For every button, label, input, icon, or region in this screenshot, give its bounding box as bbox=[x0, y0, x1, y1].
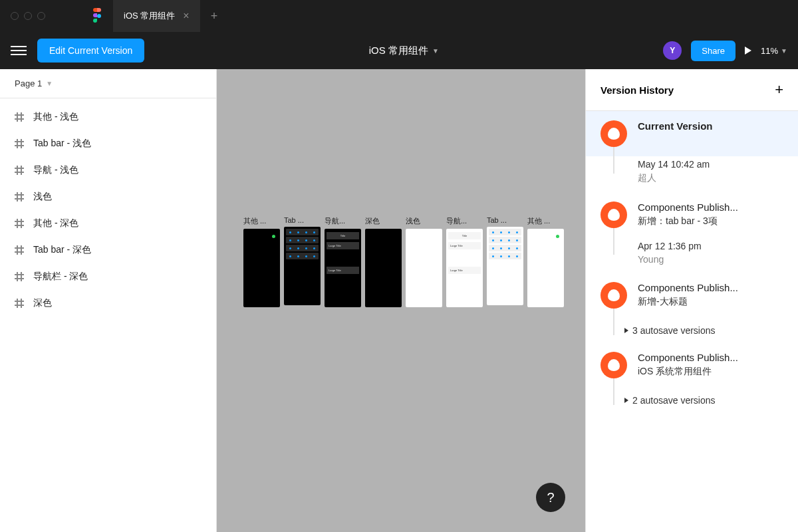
layer-item[interactable]: 导航栏 - 深色 bbox=[0, 263, 216, 290]
canvas-frame[interactable]: 深色 bbox=[365, 216, 402, 307]
triangle-right-icon bbox=[624, 328, 628, 333]
frame-icon bbox=[15, 272, 24, 281]
layer-item[interactable]: 深色 bbox=[0, 290, 216, 317]
version-subtitle: iOS 系统常用组件 bbox=[638, 366, 783, 378]
autosave-label: 2 autosave versions bbox=[632, 395, 716, 406]
version-avatar bbox=[600, 201, 627, 228]
frame-thumbnail bbox=[284, 227, 321, 305]
document-title[interactable]: iOS 常用组件 ▼ bbox=[155, 45, 652, 57]
share-button[interactable]: Share bbox=[691, 41, 735, 61]
autosave-group[interactable]: 3 autosave versions bbox=[586, 319, 798, 342]
canvas-frame[interactable]: 导航...TitleLarge TitleLarge Title bbox=[325, 216, 361, 307]
layer-item[interactable]: Tab bar - 浅色 bbox=[0, 130, 216, 157]
version-meta[interactable]: Apr 12 1:36 pmYoung bbox=[586, 238, 798, 273]
edit-version-button[interactable]: Edit Current Version bbox=[37, 39, 144, 63]
version-item[interactable]: Components Publish...iOS 系统常用组件 bbox=[586, 342, 798, 388]
layer-name: 导航栏 - 深色 bbox=[33, 271, 88, 283]
version-author: 超人 bbox=[638, 172, 783, 184]
layer-item[interactable]: 导航 - 浅色 bbox=[0, 157, 216, 184]
version-title: Components Publish... bbox=[638, 352, 783, 363]
frame-icon bbox=[15, 219, 24, 228]
frame-label: Tab ... bbox=[487, 216, 523, 224]
frame-thumbnail bbox=[365, 229, 402, 307]
frame-thumbnail: TitleLarge TitleLarge Title bbox=[325, 229, 361, 307]
document-tab[interactable]: iOS 常用组件 × bbox=[113, 0, 200, 32]
layer-item[interactable]: 其他 - 深色 bbox=[0, 210, 216, 237]
frame-thumbnail bbox=[406, 229, 442, 307]
present-icon[interactable] bbox=[745, 47, 751, 55]
page-selector[interactable]: Page 1 ▼ bbox=[0, 69, 216, 98]
frame-icon bbox=[15, 112, 24, 122]
version-item[interactable]: Components Publish...新增-大标题 bbox=[586, 273, 798, 319]
version-author: Young bbox=[638, 254, 783, 265]
layer-name: 深色 bbox=[33, 297, 52, 309]
user-avatar[interactable]: Y bbox=[663, 41, 682, 60]
canvas[interactable]: 其他 ...Tab ...导航...TitleLarge TitleLarge … bbox=[217, 69, 585, 532]
version-item[interactable]: Current Version bbox=[586, 111, 798, 156]
chevron-down-icon: ▼ bbox=[432, 47, 439, 55]
version-avatar bbox=[600, 282, 627, 309]
layer-item[interactable]: Tab bar - 深色 bbox=[0, 237, 216, 263]
autosave-label: 3 autosave versions bbox=[632, 325, 716, 336]
add-version-icon[interactable]: + bbox=[775, 81, 783, 98]
add-tab-button[interactable]: + bbox=[200, 9, 229, 23]
frame-thumbnail bbox=[487, 227, 523, 305]
help-button[interactable]: ? bbox=[536, 483, 565, 512]
main-menu-icon[interactable] bbox=[11, 46, 27, 55]
chevron-down-icon: ▼ bbox=[46, 80, 53, 87]
layer-name: Tab bar - 深色 bbox=[33, 244, 91, 256]
frame-label: Tab ... bbox=[284, 216, 321, 224]
frame-label: 浅色 bbox=[406, 216, 442, 226]
frame-thumbnail bbox=[527, 229, 564, 307]
layer-item[interactable]: 浅色 bbox=[0, 184, 216, 210]
frame-label: 导航... bbox=[446, 216, 483, 226]
version-meta[interactable]: May 14 10:42 am超人 bbox=[586, 156, 798, 192]
version-avatar bbox=[600, 120, 627, 147]
frame-icon bbox=[15, 299, 24, 308]
version-avatar bbox=[600, 352, 627, 378]
version-history-panel: Version History + Current VersionMay 14 … bbox=[585, 69, 798, 532]
frame-label: 导航... bbox=[325, 216, 361, 226]
window-controls[interactable] bbox=[11, 12, 45, 20]
version-history-title: Version History bbox=[600, 84, 674, 96]
version-title: Current Version bbox=[638, 120, 783, 132]
frame-label: 其他 ... bbox=[243, 216, 280, 226]
layer-name: 导航 - 浅色 bbox=[33, 164, 78, 176]
canvas-frame[interactable]: 其他 ... bbox=[243, 216, 280, 307]
version-title: Components Publish... bbox=[638, 282, 783, 293]
frame-label: 其他 ... bbox=[527, 216, 564, 226]
frame-icon bbox=[15, 166, 24, 175]
frame-icon bbox=[15, 139, 24, 148]
canvas-frame[interactable]: 浅色 bbox=[406, 216, 442, 307]
version-time: Apr 12 1:36 pm bbox=[638, 241, 783, 251]
titlebar: iOS 常用组件 × + bbox=[0, 0, 798, 32]
autosave-group[interactable]: 2 autosave versions bbox=[586, 388, 798, 412]
tab-title: iOS 常用组件 bbox=[124, 10, 175, 22]
chevron-down-icon: ▼ bbox=[781, 47, 787, 55]
version-time: May 14 10:42 am bbox=[638, 159, 783, 170]
version-subtitle: 新增-大标题 bbox=[638, 296, 783, 308]
layer-name: 其他 - 浅色 bbox=[33, 111, 78, 123]
close-tab-icon[interactable]: × bbox=[183, 10, 189, 22]
canvas-frame[interactable]: 导航...TitleLarge TitleLarge Title bbox=[446, 216, 483, 307]
frame-icon bbox=[15, 192, 24, 201]
version-title: Components Publish... bbox=[638, 201, 783, 213]
triangle-right-icon bbox=[624, 398, 628, 403]
version-subtitle: 新增：tab bar - 3项 bbox=[638, 215, 783, 227]
svg-point-0 bbox=[97, 14, 101, 18]
layer-name: 浅色 bbox=[33, 191, 52, 203]
canvas-frame[interactable]: 其他 ... bbox=[527, 216, 564, 307]
frame-thumbnail bbox=[243, 229, 280, 307]
layer-name: Tab bar - 浅色 bbox=[33, 138, 91, 150]
figma-logo-icon bbox=[92, 8, 102, 24]
layer-name: 其他 - 深色 bbox=[33, 217, 78, 229]
frame-icon bbox=[15, 245, 24, 255]
canvas-frame[interactable]: Tab ... bbox=[487, 216, 523, 307]
frame-label: 深色 bbox=[365, 216, 402, 226]
frame-thumbnail: TitleLarge TitleLarge Title bbox=[446, 229, 483, 307]
canvas-frame[interactable]: Tab ... bbox=[284, 216, 321, 307]
version-item[interactable]: Components Publish...新增：tab bar - 3项 bbox=[586, 192, 798, 238]
layer-item[interactable]: 其他 - 浅色 bbox=[0, 104, 216, 130]
zoom-control[interactable]: 11% ▼ bbox=[761, 46, 787, 56]
layers-panel: Page 1 ▼ 其他 - 浅色Tab bar - 浅色导航 - 浅色浅色其他 … bbox=[0, 69, 217, 532]
